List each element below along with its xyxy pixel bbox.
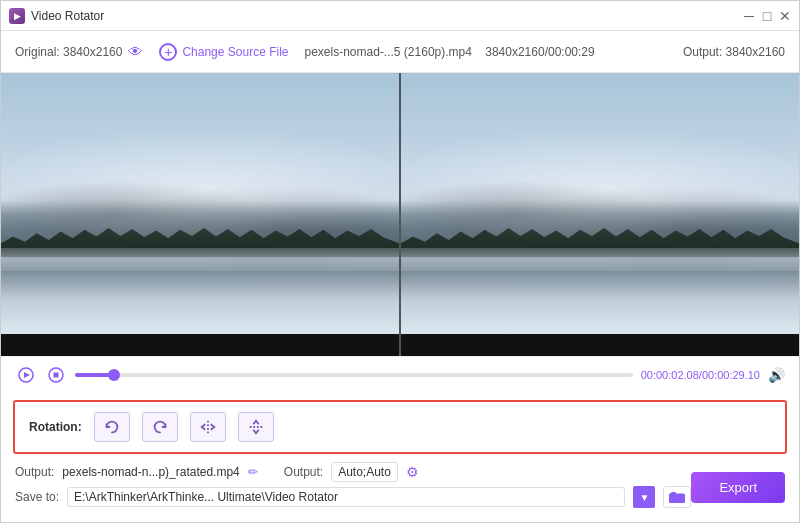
rotation-label: Rotation: [29,420,82,434]
app-icon: ▶ [9,8,25,24]
output-filename: pexels-nomad-n...p)_ratated.mp4 [62,465,239,479]
change-source-label: Change Source File [182,45,288,59]
save-row: Save to: ▼ [15,486,691,508]
rotate-right-button[interactable] [142,412,178,442]
current-time: 00:00:02.08 [641,369,699,381]
titlebar: ▶ Video Rotator ─ □ ✕ [1,1,799,31]
bottom-section: Output: pexels-nomad-n...p)_ratated.mp4 … [1,462,799,522]
edit-icon[interactable]: ✏ [248,465,258,479]
total-time: 00:00:29.10 [702,369,760,381]
file-resolution: 3840x2160/00:00:29 [485,45,594,59]
flip-horizontal-button[interactable] [190,412,226,442]
stop-button[interactable] [45,364,67,386]
save-path-input[interactable] [67,487,625,507]
output-settings-value: Auto;Auto [331,462,398,482]
black-bar-bottom-right [401,334,799,356]
flip-vertical-button[interactable] [238,412,274,442]
export-button[interactable]: Export [691,472,785,503]
output-file-label: Output: [15,465,54,479]
svg-marker-1 [24,372,30,378]
original-label: Original: 3840x2160 [15,45,122,59]
topbar: Original: 3840x2160 👁 + Change Source Fi… [1,31,799,73]
open-folder-button[interactable] [663,486,691,508]
minimize-button[interactable]: ─ [743,10,755,22]
file-info: pexels-nomad-...5 (2160p).mp4 3840x2160/… [304,45,666,59]
file-name: pexels-nomad-...5 (2160p).mp4 [304,45,471,59]
progress-thumb [108,369,120,381]
close-button[interactable]: ✕ [779,10,791,22]
restore-button[interactable]: □ [761,10,773,22]
original-info: Original: 3840x2160 👁 [15,43,143,60]
settings-gear-button[interactable]: ⚙ [406,464,419,480]
progress-track [75,373,633,377]
browse-dropdown-button[interactable]: ▼ [633,486,655,508]
output-label: Output: 3840x2160 [683,45,785,59]
preview-area [1,73,799,356]
output-info: Output: 3840x2160 [683,45,785,59]
preview-panel-left [1,73,399,356]
output-settings-label: Output: [284,465,323,479]
time-display: 00:00:02.08/00:00:29.10 [641,369,760,381]
black-bar-bottom-left [1,334,399,356]
preview-panel-right [399,73,799,356]
play-button[interactable] [15,364,37,386]
cloud-scene-right [401,73,799,356]
change-source-button[interactable]: + Change Source File [159,43,288,61]
cloud-scene-left [1,73,399,356]
plus-icon: + [159,43,177,61]
controls-bar: 00:00:02.08/00:00:29.10 🔊 [1,356,799,392]
rotate-left-button[interactable] [94,412,130,442]
volume-icon[interactable]: 🔊 [768,367,785,383]
eye-icon[interactable]: 👁 [128,43,143,60]
mist-layer-left [1,248,399,271]
bottom-left: Output: pexels-nomad-n...p)_ratated.mp4 … [15,462,691,512]
progress-bar-container[interactable] [75,372,633,378]
app-window: ▶ Video Rotator ─ □ ✕ Original: 3840x216… [0,0,800,523]
save-label: Save to: [15,490,59,504]
mist-layer-right [401,248,799,271]
svg-rect-3 [54,372,59,377]
rotation-section: Rotation: [13,400,787,454]
window-controls: ─ □ ✕ [743,10,791,22]
app-title: Video Rotator [31,9,743,23]
output-row: Output: pexels-nomad-n...p)_ratated.mp4 … [15,462,691,482]
